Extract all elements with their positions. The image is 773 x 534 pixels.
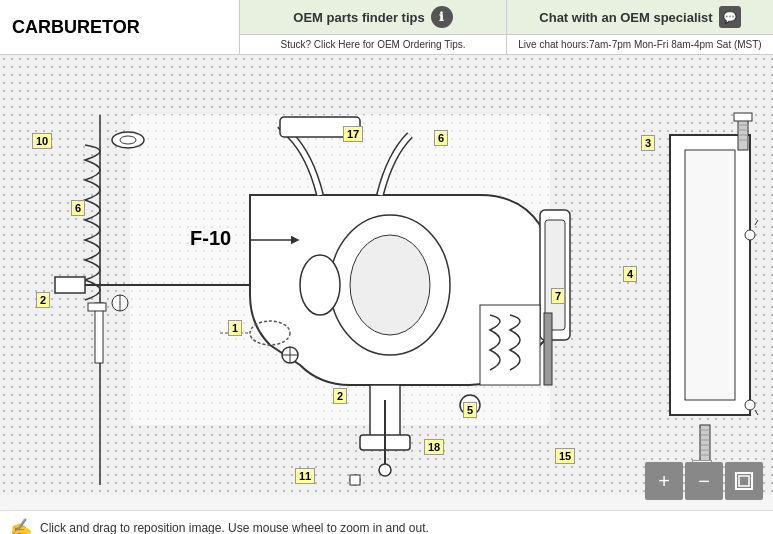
chat-specialist-button[interactable]: Chat with an OEM specialist 💬 bbox=[507, 0, 773, 34]
part-label-11: 11 bbox=[295, 468, 315, 484]
oem-button-label: OEM parts finder tips bbox=[293, 10, 424, 25]
oem-parts-finder-button[interactable]: OEM parts finder tips ℹ bbox=[240, 0, 507, 34]
zoom-in-button[interactable]: + bbox=[645, 462, 683, 500]
svg-point-8 bbox=[350, 235, 430, 335]
part-label-3: 3 bbox=[641, 135, 655, 151]
diagram-container[interactable]: F-10 1 2 2 3 4 5 6 6 7 10 11 15 16 17 18… bbox=[0, 55, 773, 510]
svg-rect-34 bbox=[350, 475, 360, 485]
page-title: CARBURETOR bbox=[12, 17, 140, 38]
top-buttons: OEM parts finder tips ℹ Chat with an OEM… bbox=[240, 0, 773, 34]
svg-rect-3 bbox=[95, 303, 103, 363]
chat-button-label: Chat with an OEM specialist bbox=[539, 10, 712, 25]
svg-point-19 bbox=[745, 400, 755, 410]
svg-rect-28 bbox=[55, 277, 85, 293]
part-label-4: 4 bbox=[623, 266, 637, 282]
part-label-18: 18 bbox=[424, 439, 444, 455]
part-label-2a: 2 bbox=[36, 292, 50, 308]
svg-line-20 bbox=[755, 410, 758, 415]
svg-rect-26 bbox=[480, 305, 540, 385]
part-label-17: 17 bbox=[343, 126, 363, 142]
chat-icon: 💬 bbox=[719, 6, 741, 28]
sub-buttons: Stuck? Click Here for OEM Ordering Tips.… bbox=[240, 34, 773, 54]
sub-chat-info: Live chat hours:7am-7pm Mon-Fri 8am-4pm … bbox=[507, 35, 773, 54]
svg-point-2 bbox=[120, 136, 136, 144]
svg-line-18 bbox=[755, 220, 758, 225]
info-icon: ℹ bbox=[431, 6, 453, 28]
svg-rect-27 bbox=[544, 313, 552, 385]
sub-oem-link[interactable]: Stuck? Click Here for OEM Ordering Tips. bbox=[240, 35, 507, 54]
svg-rect-50 bbox=[739, 476, 749, 486]
svg-point-17 bbox=[745, 230, 755, 240]
header: CARBURETOR OEM parts finder tips ℹ Chat … bbox=[0, 0, 773, 55]
buttons-area: OEM parts finder tips ℹ Chat with an OEM… bbox=[240, 0, 773, 54]
part-label-6b: 6 bbox=[434, 130, 448, 146]
part-label-2b: 2 bbox=[333, 388, 347, 404]
hand-cursor-icon: ✍ bbox=[10, 517, 32, 535]
part-label-1: 1 bbox=[228, 320, 242, 336]
part-label-10: 10 bbox=[32, 133, 52, 149]
diagram-svg bbox=[0, 55, 773, 495]
part-label-5: 5 bbox=[463, 402, 477, 418]
zoom-fit-button[interactable] bbox=[725, 462, 763, 500]
footer-bar: ✍ Click and drag to reposition image. Us… bbox=[0, 510, 773, 534]
svg-rect-4 bbox=[88, 303, 106, 311]
zoom-out-button[interactable]: − bbox=[685, 462, 723, 500]
part-label-6a: 6 bbox=[71, 200, 85, 216]
svg-rect-48 bbox=[734, 113, 752, 121]
svg-point-21 bbox=[300, 255, 340, 315]
fit-icon bbox=[734, 471, 754, 491]
title-area: CARBURETOR bbox=[0, 0, 240, 54]
svg-point-14 bbox=[379, 464, 391, 476]
part-label-7: 7 bbox=[551, 288, 565, 304]
zoom-controls: + − bbox=[645, 462, 763, 500]
f10-label: F-10 bbox=[190, 227, 231, 250]
part-label-15: 15 bbox=[555, 448, 575, 464]
footer-instruction: Click and drag to reposition image. Use … bbox=[40, 521, 429, 535]
svg-rect-16 bbox=[685, 150, 735, 400]
